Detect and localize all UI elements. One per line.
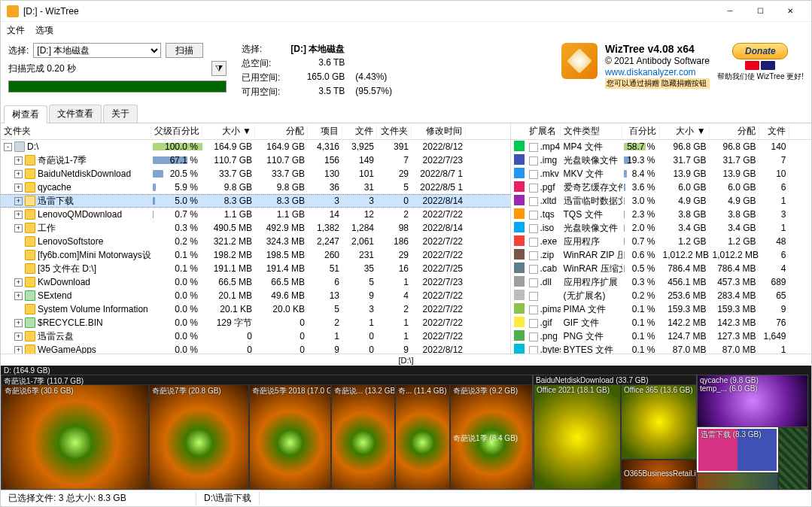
donate-sub: 帮助我们使 WizTree 更好! — [717, 71, 804, 82]
table-row[interactable]: .bytesBYTES 文件0.1 %87.0 MB87.0 MB1 — [511, 343, 811, 354]
col-header[interactable]: 百分比 — [622, 125, 660, 138]
table-row[interactable]: .mkvMKV 文件8.4 %13.9 GB13.9 GB10 — [511, 167, 811, 181]
col-header[interactable]: 文件夹 — [377, 125, 412, 138]
item-name: $RECYCLE.BIN — [38, 317, 103, 328]
col-header[interactable]: 大小 ▼ — [660, 125, 710, 138]
file-icon — [529, 251, 538, 260]
item-name: 迅雷下载 — [38, 195, 74, 208]
table-row[interactable]: .img光盘映像文件19.3 %31.7 GB31.7 GB7 — [511, 153, 811, 167]
col-header[interactable]: 文件类型 — [561, 125, 622, 138]
filter-button[interactable]: ⧩ — [211, 61, 227, 76]
file-icon — [529, 211, 538, 220]
window-title: [D:] - WizTree — [23, 6, 715, 17]
table-row[interactable]: .gifGIF 文件0.1 %142.2 MB142.3 MB76 — [511, 316, 811, 329]
tree-toggle[interactable]: + — [14, 156, 23, 165]
extension-header[interactable]: 扩展名文件类型百分比大小 ▼分配文件 — [511, 123, 811, 140]
col-header[interactable]: 分配 — [255, 125, 308, 138]
table-row[interactable]: System Volume Information0.0 %20.1 KB20.… — [1, 302, 510, 316]
folder-icon — [25, 223, 35, 233]
col-header[interactable]: 修改时间 — [412, 125, 466, 138]
tab-file[interactable]: 文件查看 — [49, 105, 102, 123]
table-row[interactable]: .pgf爱奇艺缓存文件3.6 %6.0 GB6.0 GB6 — [511, 181, 811, 194]
close-button[interactable]: ✕ — [775, 2, 805, 20]
table-row[interactable]: .exe应用程序0.7 %1.2 GB1.2 GB48 — [511, 235, 811, 248]
table-row[interactable]: LenovoSoftstore0.2 %321.2 MB324.3 MB2,24… — [1, 235, 510, 248]
maximize-button[interactable]: ☐ — [745, 2, 775, 20]
color-swatch — [514, 154, 525, 165]
folder-tree-body[interactable]: -D:\100.0 %164.9 GB164.9 GB4,3163,925391… — [1, 140, 510, 354]
table-row[interactable]: .iso光盘映像文件2.0 %3.4 GB3.4 GB1 — [511, 221, 811, 235]
tree-toggle[interactable]: + — [14, 319, 23, 327]
table-row[interactable]: .cabWinRAR 压缩文0.5 %786.4 MB786.4 MB4 — [511, 262, 811, 275]
col-header[interactable]: 扩展名 — [526, 125, 561, 138]
tab-about[interactable]: 关于 — [103, 105, 138, 123]
folder-icon — [25, 345, 35, 354]
folder-icon — [25, 277, 35, 287]
col-header[interactable]: 分配 — [710, 125, 759, 138]
tree-toggle[interactable]: + — [14, 184, 23, 192]
table-row[interactable]: .pimaPIMA 文件0.1 %159.3 MB159.3 MB9 — [511, 302, 811, 316]
table-row[interactable]: .tqsTQS 文件2.3 %3.8 GB3.8 GB3 — [511, 208, 811, 221]
col-header[interactable]: 父级百分比 — [151, 125, 202, 138]
tree-toggle[interactable]: + — [14, 224, 23, 232]
table-row[interactable]: +奇葩说1-7季67.1 %110.7 GB110.7 GB1561497202… — [1, 153, 510, 167]
treemap[interactable]: D: (164.9 GB) 奇葩说1-7季 (110.7 GB)奇葩说6季 (3… — [1, 366, 811, 490]
tree-toggle[interactable]: - — [4, 143, 12, 151]
table-row[interactable]: +迅雷云盘0.0 %001012022/7/22 — [1, 329, 510, 343]
table-row[interactable]: .mp4MP4 文件58.7 %96.8 GB96.8 GB140 — [511, 140, 811, 153]
folder-icon — [25, 155, 35, 165]
table-row[interactable]: +工作0.3 %490.5 MB492.9 MB1,3821,284982022… — [1, 221, 510, 235]
tree-toggle[interactable]: + — [14, 332, 23, 341]
file-icon — [529, 143, 538, 152]
table-row[interactable]: (无扩展名)0.2 %253.6 MB283.4 MB65 — [511, 289, 811, 302]
item-name: 奇葩说1-7季 — [38, 154, 87, 167]
tab-tree[interactable]: 树查看 — [4, 105, 47, 123]
drive-icon — [14, 141, 25, 152]
file-icon — [529, 238, 538, 247]
tree-toggle[interactable]: + — [14, 211, 23, 219]
minimize-button[interactable]: ─ — [715, 2, 745, 20]
donate-button[interactable]: Donate — [732, 43, 788, 59]
extension-body[interactable]: .mp4MP4 文件58.7 %96.8 GB96.8 GB140.img光盘映… — [511, 140, 811, 354]
table-row[interactable]: +qycache5.9 %9.8 GB9.8 GB363152022/8/5 1 — [1, 181, 510, 194]
col-header[interactable]: 文件夹 — [1, 125, 151, 138]
table-row[interactable]: .xltd迅雷临时数据文3.0 %4.9 GB4.9 GB1 — [511, 194, 811, 208]
table-row[interactable]: -D:\100.0 %164.9 GB164.9 GB4,3163,925391… — [1, 140, 510, 153]
col-header[interactable]: 大小 ▼ — [202, 125, 255, 138]
branding: WizTree v4.08 x64 © 2021 Antibody Softwa… — [561, 43, 804, 89]
recycle-icon — [25, 317, 35, 328]
tree-toggle[interactable]: + — [14, 278, 23, 287]
table-row[interactable]: +BaiduNetdiskDownload20.5 %33.7 GB33.7 G… — [1, 167, 510, 181]
table-row[interactable]: .zipWinRAR ZIP 压0.6 %1,012.2 MB1,012.2 M… — [511, 248, 811, 262]
status-bar: 已选择文件: 3 总大小: 8.3 GB D:\迅雷下载 — [1, 490, 811, 506]
tree-toggle[interactable]: + — [14, 170, 23, 178]
table-row[interactable]: [fy6b.com]Mini Motorways设0.1 %198.2 MB19… — [1, 248, 510, 262]
scan-button[interactable]: 扫描 — [166, 43, 203, 58]
col-header[interactable]: 文件 — [759, 125, 789, 138]
table-row[interactable]: +WeGameApps0.0 %009092022/8/12 — [1, 343, 510, 354]
website-link[interactable]: www.diskanalyzer.com — [605, 67, 710, 77]
funnel-icon: ⧩ — [215, 63, 223, 74]
col-header[interactable]: 项目 — [308, 125, 342, 138]
table-row[interactable]: +$RECYCLE.BIN0.0 %129 字节02112022/7/22 — [1, 316, 510, 329]
table-row[interactable]: [35 文件在 D:\]0.1 %191.1 MB191.4 MB5135162… — [1, 262, 510, 275]
select-label: 选择: — [8, 44, 29, 57]
tree-toggle[interactable]: + — [14, 346, 23, 354]
table-row[interactable]: +KwDownload0.0 %66.5 MB66.5 MB6512022/7/… — [1, 275, 510, 289]
table-row[interactable]: +LenovoQMDownload0.7 %1.1 GB1.1 GB141222… — [1, 208, 510, 221]
col-header[interactable]: 文件 — [342, 125, 377, 138]
item-name: SExtend — [38, 290, 71, 301]
color-swatch — [514, 222, 525, 232]
table-row[interactable]: +SExtend0.0 %20.1 MB49.6 MB13942022/7/22 — [1, 289, 510, 302]
tree-toggle[interactable]: + — [14, 197, 23, 205]
menu-options[interactable]: 选项 — [35, 24, 53, 37]
menu-file[interactable]: 文件 — [7, 24, 25, 37]
folder-open-icon — [25, 196, 35, 206]
table-row[interactable]: .dll应用程序扩展0.3 %456.1 MB457.3 MB689 — [511, 275, 811, 289]
drive-select[interactable]: [D:] 本地磁盘 — [33, 43, 161, 58]
folder-tree-header[interactable]: 文件夹父级百分比大小 ▼分配项目文件文件夹修改时间 — [1, 123, 510, 140]
table-row[interactable]: .pngPNG 文件0.1 %124.7 MB127.3 MB1,649 — [511, 329, 811, 343]
tree-toggle[interactable]: + — [14, 292, 23, 300]
folder-icon — [25, 209, 35, 220]
table-row[interactable]: +迅雷下载5.0 %8.3 GB8.3 GB3302022/8/14 — [1, 194, 510, 208]
